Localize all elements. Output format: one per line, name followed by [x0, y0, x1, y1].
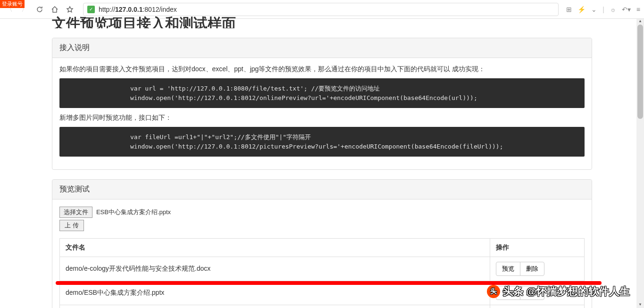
shield-icon [87, 6, 95, 13]
file-cell: demo/e-cology开发代码性能与安全技术规范.docx [60, 257, 490, 281]
reload-button[interactable] [34, 4, 45, 15]
intro-text-2: 新增多图片同时预览功能，接口如下： [59, 114, 585, 122]
selected-file-name: ESB中心集成方案介绍.pptx [96, 208, 171, 216]
scrollbar-thumb[interactable] [637, 25, 643, 119]
preview-button[interactable]: 预览 [496, 262, 520, 276]
scrollbar[interactable]: ▲ ▼ [636, 19, 644, 308]
page-title: 文件预览项目接入和测试样面 [52, 14, 592, 28]
menu-icon[interactable]: ≡ [636, 6, 640, 13]
watermark: 头 头条 @怀揣梦想的软件人生 [487, 284, 630, 299]
delete-button[interactable]: 删除 [520, 262, 544, 276]
col-action: 操作 [490, 239, 585, 257]
lightning-icon[interactable]: ⚡ [577, 6, 585, 13]
home-button[interactable] [49, 4, 60, 15]
watermark-icon: 头 [487, 285, 500, 298]
sun-icon[interactable]: ☼ [610, 6, 616, 13]
login-tag[interactable]: 登录账号 [0, 0, 25, 8]
panel-header-2: 预览测试 [52, 180, 592, 200]
chevron-down-icon[interactable]: ⌄ [591, 6, 597, 13]
panel-header: 接入说明 [52, 38, 592, 58]
undo-icon[interactable]: ↶▾ [622, 6, 631, 13]
code-block-1: var url = 'http://127.0.0.1:8080/file/te… [59, 78, 585, 108]
browser-right-icons: ⊞ ⚡ ⌄ | ☼ ↶▾ ≡ [566, 6, 640, 13]
qr-icon[interactable]: ⊞ [566, 6, 572, 13]
page-content: 文件预览项目接入和测试样面 接入说明 如果你的项目需要接入文件预览项目，达到对d… [0, 14, 644, 308]
panel-instructions: 接入说明 如果你的项目需要接入文件预览项目，达到对docx、excel、ppt、… [52, 38, 592, 170]
col-filename: 文件名 [60, 239, 490, 257]
scroll-down-icon[interactable]: ▼ [636, 302, 644, 308]
upload-button[interactable]: 上 传 [59, 220, 84, 231]
url-text: http://127.0.0.1:8012/index [99, 6, 177, 13]
table-row: demo/sample信息科技风险审计检查表(1).xlsx 预览删除 [60, 305, 585, 308]
intro-text-1: 如果你的项目需要接入文件预览项目，达到对docx、excel、ppt、jpg等文… [59, 65, 585, 74]
file-cell: demo/sample信息科技风险审计检查表(1).xlsx [60, 305, 490, 308]
choose-file-button[interactable]: 选择文件 [59, 207, 92, 218]
code-block-2: var fileUrl =url1+"|"+"url2";//多文件使用"|"字… [59, 127, 585, 157]
scroll-up-icon[interactable]: ▲ [636, 19, 644, 25]
file-upload-area: 选择文件 ESB中心集成方案介绍.pptx 上 传 [59, 207, 585, 231]
favorite-button[interactable] [64, 4, 75, 15]
table-row: demo/e-cology开发代码性能与安全技术规范.docx 预览删除 [60, 257, 585, 281]
